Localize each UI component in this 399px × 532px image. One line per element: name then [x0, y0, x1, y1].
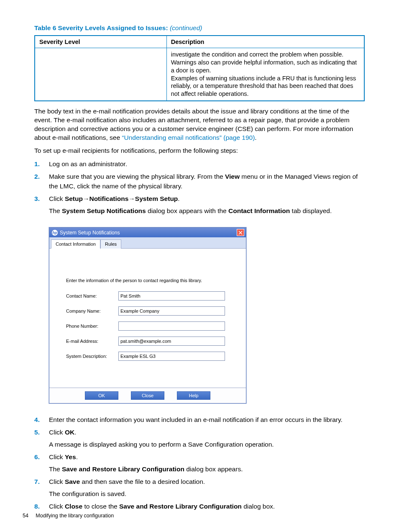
step-8-c: to close the [82, 503, 119, 510]
step-3-b3: System Setup [135, 195, 178, 202]
table-title-suffix: (continued) [170, 24, 202, 31]
step-2: Make sure that you are viewing the physi… [34, 172, 365, 191]
td-severity [35, 48, 166, 101]
step-5-line2: A message is displayed asking you to per… [49, 440, 365, 449]
step-6-a: Click [49, 453, 65, 460]
tab-contact-information[interactable]: Contact Information [51, 239, 100, 249]
step-3-arrow2: → [128, 195, 135, 202]
step-3-l2b: System Setup Notifications [62, 207, 146, 214]
th-description: Description [166, 36, 364, 48]
step-6-l2b: Save and Restore Library Configuration [62, 465, 184, 473]
step-7-a: Click [49, 478, 65, 485]
link-understanding-email[interactable]: “Understanding email notifications” (pag… [122, 134, 255, 141]
table-title: Table 6 Severity Levels Assigned to Issu… [34, 24, 365, 32]
step-4: Enter the contact information you want i… [34, 415, 365, 424]
close-button[interactable]: Close [131, 391, 164, 400]
step-5-a: Click [49, 429, 65, 436]
step-8-e: dialog box. [242, 503, 275, 510]
label-company-name: Company Name: [66, 308, 118, 314]
label-phone-number: Phone Number: [66, 324, 118, 329]
step-3-l2e: tab displayed. [290, 207, 332, 214]
input-contact-name[interactable] [118, 291, 225, 301]
dialog-footer: OK Close Help [49, 388, 246, 403]
step-7-line2: The configuration is saved. [49, 489, 365, 499]
severity-table: Severity Level Description investigate t… [34, 35, 365, 101]
system-setup-notifications-dialog: hp System Setup Notifications Contact In… [49, 227, 246, 403]
step-6: Click Yes. The Save and Restore Library … [34, 452, 365, 474]
ok-button[interactable]: OK [85, 391, 118, 400]
step-5-b: OK [65, 429, 74, 436]
input-email[interactable] [118, 337, 225, 346]
tab-rules[interactable]: Rules [100, 239, 121, 249]
steps-list-top: Log on as an administrator. Make sure th… [34, 159, 365, 216]
step-6-c: . [76, 453, 78, 460]
page-number: 54 [23, 513, 28, 519]
step-6-l2a: The [49, 465, 62, 473]
step-3-l2a: The [49, 207, 62, 214]
th-severity: Severity Level [35, 36, 166, 48]
td-description: investigate the condition and correct th… [166, 48, 364, 101]
step-2-bold: View [225, 173, 240, 180]
step-7: Click Save and then save the file to a d… [34, 477, 365, 499]
step-7-b: Save [65, 478, 80, 485]
step-6-b: Yes [65, 453, 76, 460]
step-1: Log on as an administrator. [34, 159, 365, 169]
footer-section: Modifying the library configuration [36, 513, 114, 519]
steps-list-bottom: Enter the contact information you want i… [34, 415, 365, 511]
para1-text-b: . [255, 134, 256, 141]
table-title-prefix: Table 6 Severity Levels Assigned to Issu… [34, 24, 170, 31]
step-4-text: Enter the contact information you want i… [49, 416, 343, 423]
step-3-arrow1: → [83, 195, 90, 202]
dialog-title: System Setup Notifications [60, 230, 120, 236]
tab-strip: Contact Information Rules [49, 237, 246, 249]
label-email: E-mail Address: [66, 339, 118, 344]
dialog-body: Enter the information of the person to c… [49, 249, 246, 388]
dialog-titlebar: hp System Setup Notifications [49, 228, 246, 237]
paragraph-1: The body text in the e-mail notification… [34, 107, 365, 142]
step-3-a: Click [49, 195, 65, 202]
step-3-dot: . [178, 195, 179, 202]
label-system-description: System Description: [66, 354, 118, 359]
input-phone-number[interactable] [118, 321, 225, 331]
step-2-a: Make sure that you are viewing the physi… [49, 173, 225, 180]
step-3-l2d: Contact Information [228, 207, 290, 214]
step-3-b2: Notifications [89, 195, 128, 202]
step-8-d: Save and Restore Library Configuration [119, 503, 242, 510]
help-button[interactable]: Help [177, 391, 210, 400]
step-1-text: Log on as an administrator. [49, 160, 127, 167]
step-8-a: Click [49, 503, 65, 510]
paragraph-2: To set up e-mail recipients for notifica… [34, 146, 365, 155]
step-3-l2c: dialog box appears with the [146, 207, 228, 214]
input-system-description[interactable] [118, 352, 225, 361]
step-8-b: Close [65, 503, 82, 510]
step-8: Click Close to close the Save and Restor… [34, 502, 365, 511]
input-company-name[interactable] [118, 306, 225, 316]
page-footer: 54 Modifying the library configuration [23, 513, 114, 519]
step-3-b1: Setup [65, 195, 83, 202]
step-7-c: and then save the file to a desired loca… [80, 478, 205, 485]
dialog-instruction: Enter the information of the person to c… [66, 278, 233, 283]
step-5-c: . [74, 429, 76, 436]
step-6-l2c: dialog box appears. [184, 465, 243, 473]
close-icon[interactable] [237, 229, 244, 236]
step-3: Click Setup→Notifications→System Setup. … [34, 194, 365, 216]
hp-logo-icon: hp [52, 230, 58, 236]
label-contact-name: Contact Name: [66, 293, 118, 298]
step-5: Click OK. A message is displayed asking … [34, 428, 365, 449]
